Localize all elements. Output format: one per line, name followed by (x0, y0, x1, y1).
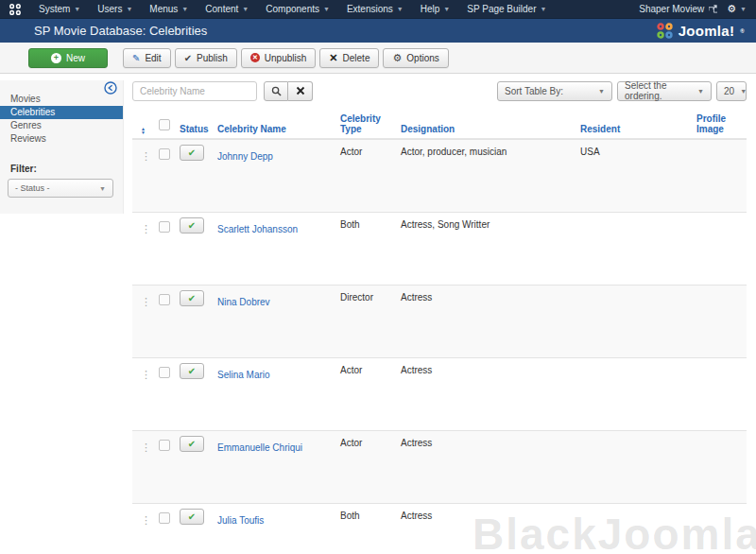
celebrities-table: ▲▼ Status Celebrity Name Celebrity Type … (132, 112, 747, 554)
main-content: Sort Table By: ▼ Select the ordering. ▼ … (132, 80, 747, 554)
ordering-select[interactable]: Select the ordering. ▼ (617, 81, 712, 101)
celebrity-name-link[interactable]: Scarlett Johansson (217, 224, 298, 234)
menu-content[interactable]: Content▼ (197, 4, 257, 14)
row-checkbox[interactable] (159, 294, 170, 305)
page-title: SP Movie Database: Celebrities (34, 24, 207, 38)
celebrity-type: Actor (340, 147, 401, 157)
header-resident[interactable]: Resident (580, 124, 696, 134)
status-check-icon: ✔ (188, 148, 196, 158)
admin-settings-menu[interactable]: ⚙ ▼ (727, 4, 747, 14)
header-status[interactable]: Status (180, 124, 217, 134)
drag-handle-icon[interactable]: ⋮ (141, 150, 151, 162)
joomla-color-icon (657, 23, 673, 39)
x-icon: ✕ (329, 53, 337, 63)
publish-button[interactable]: ✔ Publish (175, 48, 237, 68)
table-row: ⋮ ✔ Scarlett Johansson Both Actress, Son… (132, 212, 747, 285)
table-row: ⋮ ✔ Johnny Depp Actor Actor, producer, m… (132, 139, 747, 212)
status-filter-select[interactable]: - Status - ▼ (8, 179, 113, 198)
sidebar-item-genres[interactable]: Genres (0, 119, 123, 132)
drag-handle-icon[interactable]: ⋮ (141, 223, 151, 234)
menu-help[interactable]: Help▼ (412, 4, 459, 14)
gear-icon: ⚙ (727, 4, 736, 14)
menu-users[interactable]: Users▼ (89, 4, 141, 14)
status-toggle-button[interactable]: ✔ (180, 363, 204, 379)
search-button-group (264, 81, 313, 101)
drag-handle-icon[interactable]: ⋮ (141, 514, 151, 526)
table-header-row: ▲▼ Status Celebrity Name Celebrity Type … (132, 112, 747, 139)
status-toggle-button[interactable]: ✔ (180, 436, 204, 452)
pencil-icon: ✎ (132, 53, 140, 63)
brand-text: Joomla! (679, 23, 735, 39)
sidebar-item-reviews[interactable]: Reviews (0, 132, 123, 146)
celebrity-type: Director (340, 292, 401, 303)
search-button[interactable] (264, 81, 288, 101)
menu-label: Components (266, 4, 319, 14)
new-button[interactable]: + New (28, 48, 108, 68)
menu-menus[interactable]: Menus▼ (141, 4, 197, 14)
row-checkbox[interactable] (159, 440, 170, 451)
sort-table-by-select[interactable]: Sort Table By: ▼ (497, 81, 612, 101)
sidebar: Movies Celebrities Genres Reviews Filter… (0, 80, 124, 214)
celebrity-name-link[interactable]: Nina Dobrev (217, 297, 270, 307)
options-button[interactable]: ⚙ Options (383, 48, 448, 68)
menu-sp-page-builder[interactable]: SP Page Builder▼ (458, 4, 555, 14)
button-label: Delete (343, 53, 370, 63)
table-row: ⋮ ✔ Selina Mario Actor Actress (132, 357, 747, 430)
row-checkbox[interactable] (159, 221, 170, 233)
site-name: Shaper Moview (639, 4, 704, 14)
menu-system[interactable]: System▼ (30, 4, 89, 14)
circle-x-icon: ✕ (250, 53, 260, 62)
caret-down-icon: ▼ (740, 6, 747, 12)
celebrity-name-link[interactable]: Selina Mario (217, 370, 270, 380)
unpublish-button[interactable]: ✕ Unpublish (241, 48, 316, 68)
caret-down-icon: ▼ (740, 88, 747, 95)
menu-components[interactable]: Components▼ (257, 4, 338, 14)
menu-label: Extensions (347, 4, 393, 14)
celebrity-name-link[interactable]: Julia Toufis (217, 515, 264, 526)
status-toggle-button[interactable]: ✔ (180, 145, 204, 161)
menu-extensions[interactable]: Extensions▼ (338, 4, 412, 14)
header-celebrity-type[interactable]: Celebrity Type (340, 113, 401, 134)
drag-handle-icon[interactable]: ⋮ (141, 296, 151, 307)
list-controls: Sort Table By: ▼ Select the ordering. ▼ … (497, 81, 747, 101)
status-toggle-button[interactable]: ✔ (180, 509, 204, 525)
celebrity-name-link[interactable]: Johnny Depp (217, 151, 273, 162)
status-toggle-button[interactable]: ✔ (180, 217, 204, 234)
gear-icon: ⚙ (392, 53, 402, 63)
header-celebrity-name[interactable]: Celebrity Name (217, 124, 340, 134)
row-checkbox[interactable] (159, 512, 170, 524)
drag-handle-icon[interactable]: ⋮ (141, 441, 151, 453)
sort-icon[interactable]: ▲▼ (141, 127, 159, 134)
clear-search-button[interactable] (288, 81, 313, 101)
delete-button[interactable]: ✕ Delete (319, 48, 379, 68)
search-input[interactable] (132, 81, 257, 101)
toolbar: + New ✎ Edit ✔ Publish ✕ Unpublish ✕ Del… (0, 43, 756, 74)
header-designation[interactable]: Designation (401, 124, 580, 134)
menu-label: Content (205, 4, 238, 14)
status-toggle-button[interactable]: ✔ (180, 290, 204, 306)
edit-button[interactable]: ✎ Edit (123, 48, 171, 68)
caret-down-icon: ▼ (126, 6, 132, 12)
select-all-checkbox[interactable] (159, 119, 170, 130)
limit-select[interactable]: 20 ▼ (716, 81, 747, 101)
row-checkbox[interactable] (159, 148, 170, 160)
table-row: ⋮ ✔ Nina Dobrev Director Actress (132, 285, 747, 357)
menu-label: SP Page Builder (467, 4, 536, 14)
header-profile-image[interactable]: Profile Image (696, 113, 747, 134)
joomla-brand-logo: Joomla!® (657, 23, 745, 39)
status-check-icon: ✔ (188, 512, 196, 522)
drag-handle-icon[interactable]: ⋮ (141, 369, 151, 380)
caret-down-icon: ▼ (443, 6, 450, 12)
menu-label: Help (421, 4, 440, 14)
select-value: 20 (724, 86, 734, 96)
page-header: SP Movie Database: Celebrities Joomla!® (0, 18, 756, 43)
row-checkbox[interactable] (159, 367, 170, 378)
sidebar-item-celebrities[interactable]: Celebrities (0, 106, 123, 119)
table-row: ⋮ ✔ Emmanuelle Chriqui Actor Actress (132, 430, 747, 503)
menu-label: Users (97, 4, 122, 14)
status-check-icon: ✔ (188, 367, 196, 376)
collapse-sidebar-icon[interactable] (104, 81, 117, 98)
button-label: Edit (145, 53, 161, 63)
site-preview-link[interactable]: Shaper Moview (639, 4, 717, 14)
celebrity-name-link[interactable]: Emmanuelle Chriqui (217, 442, 302, 453)
